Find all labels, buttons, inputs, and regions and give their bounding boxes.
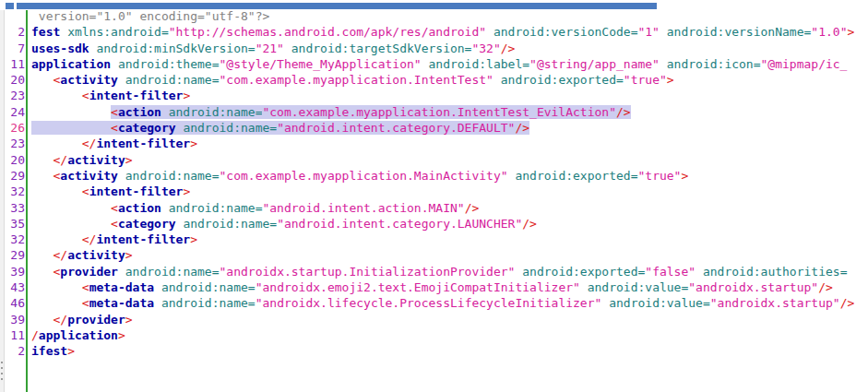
code-token: >: [183, 184, 190, 198]
code-token: provider: [67, 313, 125, 327]
line-number: 23: [4, 88, 25, 103]
code-row[interactable]: 33 <action android:name="android.intent.…: [4, 200, 868, 216]
code-token: >: [190, 232, 197, 246]
code-row[interactable]: 11application android:theme="@style/Them…: [4, 56, 868, 72]
code-token: "true": [637, 169, 681, 183]
code-row[interactable]: 46 <meta-data android:name="androidx.lif…: [4, 295, 868, 311]
line-number: 2: [4, 343, 25, 359]
selection-highlight: />: [515, 121, 529, 135]
code-row[interactable]: version="1.0" encoding="utf-8"?>: [4, 8, 868, 24]
code-line-text: <category android:name="android.intent.c…: [25, 216, 537, 232]
code-row[interactable]: 23 <intent-filter>: [4, 88, 868, 103]
code-line-text: <intent-filter>: [25, 88, 190, 103]
code-row[interactable]: 20 <activity android:name="com.example.m…: [4, 72, 868, 88]
code-token: application: [39, 328, 118, 342]
code-row[interactable]: 39 </provider>: [4, 312, 868, 327]
selection-highlight: android:name=: [183, 121, 277, 135]
line-number: 29: [4, 247, 25, 263]
code-row[interactable]: 39 <provider android:name="androidx.star…: [4, 264, 868, 279]
code-token: "androidx.startup": [710, 296, 840, 310]
code-token: [118, 169, 125, 183]
code-token: /: [31, 328, 39, 342]
code-line-text: </activity>: [25, 247, 133, 263]
code-token: [31, 201, 111, 215]
code-token: [31, 169, 53, 183]
code-token: "com.example.myapplication.MainActivity": [220, 169, 508, 183]
code-token: "com.example.myapplication.IntentTest": [220, 73, 493, 87]
code-row[interactable]: 32 <intent-filter>: [4, 184, 868, 199]
code-token: intent-filter: [96, 137, 190, 150]
code-row[interactable]: 26 <category android:name="android.inten…: [4, 120, 868, 136]
code-line-text: <action android:name="android.intent.act…: [25, 200, 479, 216]
code-token: "@style/Theme_MyApplication": [220, 57, 422, 71]
code-token: "android.intent.action.MAIN": [262, 201, 464, 215]
code-row[interactable]: 2fest xmlns:android="http://schemas.andr…: [4, 24, 868, 40]
code-token: android:exported=: [522, 265, 645, 279]
code-token: android:theme=: [118, 57, 220, 71]
code-row[interactable]: 24 <action android:name="com.example.mya…: [4, 104, 868, 120]
line-number: [4, 8, 25, 24]
selection-highlight: "android.intent.category.DEFAULT": [277, 121, 515, 135]
code-token: </: [82, 232, 97, 246]
code-row[interactable]: 29 <activity android:name="com.example.m…: [4, 168, 868, 184]
code-line-text: </activity>: [25, 152, 133, 168]
code-token: [118, 265, 125, 279]
splitter-grip-dot: [1, 373, 3, 374]
code-token: version="1.0" encoding="utf-8"?>: [31, 9, 269, 23]
code-line-text: <meta-data android:name="androidx.lifecy…: [25, 295, 854, 311]
code-area[interactable]: version="1.0" encoding="utf-8"?>2fest xm…: [4, 8, 868, 360]
line-number: 35: [4, 216, 25, 232]
code-token: "true": [624, 73, 667, 87]
code-line-text: application android:theme="@style/Theme_…: [25, 56, 847, 72]
code-token: <: [82, 89, 89, 102]
splitter-grip-dot: [1, 362, 3, 363]
code-token: />: [522, 217, 537, 231]
code-token: [154, 296, 161, 310]
code-token: >: [190, 137, 197, 150]
code-token: "1.0": [811, 25, 847, 39]
code-token: "androidx.startup.InitializationProvider…: [220, 265, 516, 279]
code-token: [601, 296, 609, 310]
code-row[interactable]: 23 </intent-filter>: [4, 136, 868, 151]
code-token: [31, 89, 82, 102]
code-token: activity: [60, 73, 118, 87]
selection-highlight: <: [111, 105, 118, 119]
code-token: android:name=: [183, 217, 277, 231]
code-token: meta-data: [89, 280, 154, 294]
code-line-text: <activity android:name="com.example.myap…: [25, 72, 674, 88]
code-token: [31, 280, 82, 294]
code-line-text: <intent-filter>: [25, 184, 190, 199]
code-row[interactable]: 32 </intent-filter>: [4, 232, 868, 247]
code-token: [31, 313, 53, 327]
code-token: </: [53, 153, 67, 167]
code-token: >: [118, 328, 125, 342]
code-token: intent-filter: [89, 184, 184, 198]
code-line-text: <provider android:name="androidx.startup…: [25, 264, 847, 279]
code-token: android:name=: [125, 73, 220, 87]
line-number: 32: [4, 184, 25, 199]
code-row[interactable]: 7uses-sdk android:minSdkVersion="21" and…: [4, 41, 868, 56]
code-token: >: [67, 344, 75, 358]
code-token: />: [818, 280, 833, 294]
code-token: [486, 25, 493, 39]
line-number: 39: [4, 264, 25, 279]
code-row[interactable]: 2ifest>: [4, 343, 868, 359]
code-token: [31, 105, 111, 119]
code-row[interactable]: 29 </activity>: [4, 247, 868, 263]
code-token: [660, 25, 667, 39]
code-row[interactable]: 35 <category android:name="android.inten…: [4, 216, 868, 232]
code-token: [31, 153, 53, 167]
code-line-text: <meta-data android:name="androidx.emoji2…: [25, 279, 833, 295]
code-line-text: <activity android:name="com.example.myap…: [25, 168, 688, 184]
code-row[interactable]: 20 </activity>: [4, 152, 868, 168]
code-token: >: [681, 169, 688, 183]
code-row[interactable]: 43 <meta-data android:name="androidx.emo…: [4, 279, 868, 295]
line-number: 24: [4, 104, 25, 120]
code-token: >: [183, 89, 190, 102]
code-token: [118, 73, 125, 87]
code-row[interactable]: 11/application>: [4, 327, 868, 343]
line-number: 11: [4, 56, 25, 72]
code-token: uses-sdk: [31, 42, 89, 55]
line-number: 46: [4, 295, 25, 311]
code-token: ifest: [31, 344, 67, 358]
